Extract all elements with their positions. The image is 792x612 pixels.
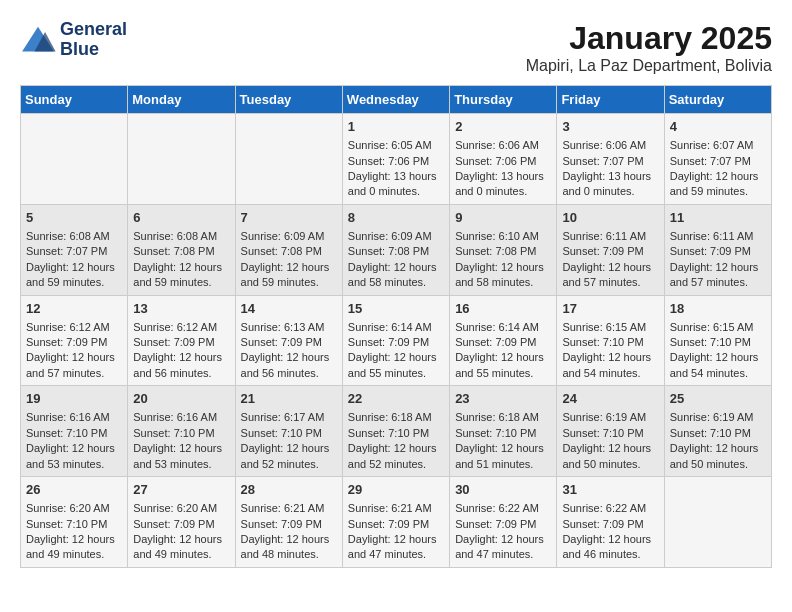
calendar-cell: 23Sunrise: 6:18 AMSunset: 7:10 PMDayligh… — [450, 386, 557, 477]
day-number: 17 — [562, 300, 658, 318]
logo-icon — [20, 25, 56, 55]
day-info: and 59 minutes. — [670, 184, 766, 199]
day-info: and 53 minutes. — [133, 457, 229, 472]
day-info: Sunrise: 6:21 AM — [241, 501, 337, 516]
day-info: Sunset: 7:09 PM — [133, 335, 229, 350]
logo: General Blue — [20, 20, 127, 60]
header-day-monday: Monday — [128, 86, 235, 114]
day-number: 13 — [133, 300, 229, 318]
day-info: and 58 minutes. — [348, 275, 444, 290]
calendar-cell: 13Sunrise: 6:12 AMSunset: 7:09 PMDayligh… — [128, 295, 235, 386]
day-info: and 59 minutes. — [133, 275, 229, 290]
day-number: 28 — [241, 481, 337, 499]
day-info: Daylight: 12 hours — [348, 532, 444, 547]
calendar-cell: 24Sunrise: 6:19 AMSunset: 7:10 PMDayligh… — [557, 386, 664, 477]
day-info: Sunset: 7:07 PM — [670, 154, 766, 169]
calendar-cell: 6Sunrise: 6:08 AMSunset: 7:08 PMDaylight… — [128, 204, 235, 295]
day-info: Sunset: 7:09 PM — [562, 244, 658, 259]
day-info: Sunset: 7:06 PM — [455, 154, 551, 169]
header-day-sunday: Sunday — [21, 86, 128, 114]
day-number: 8 — [348, 209, 444, 227]
day-info: Sunrise: 6:18 AM — [455, 410, 551, 425]
calendar-cell: 26Sunrise: 6:20 AMSunset: 7:10 PMDayligh… — [21, 477, 128, 568]
day-info: and 51 minutes. — [455, 457, 551, 472]
day-info: and 50 minutes. — [670, 457, 766, 472]
day-info: and 47 minutes. — [455, 547, 551, 562]
title-area: January 2025 Mapiri, La Paz Department, … — [526, 20, 772, 75]
day-info: and 58 minutes. — [455, 275, 551, 290]
day-number: 18 — [670, 300, 766, 318]
day-info: Sunrise: 6:21 AM — [348, 501, 444, 516]
day-info: Sunset: 7:10 PM — [455, 426, 551, 441]
day-info: Daylight: 13 hours — [348, 169, 444, 184]
calendar-cell: 16Sunrise: 6:14 AMSunset: 7:09 PMDayligh… — [450, 295, 557, 386]
header-day-tuesday: Tuesday — [235, 86, 342, 114]
day-info: and 55 minutes. — [348, 366, 444, 381]
calendar-cell: 7Sunrise: 6:09 AMSunset: 7:08 PMDaylight… — [235, 204, 342, 295]
calendar-cell: 30Sunrise: 6:22 AMSunset: 7:09 PMDayligh… — [450, 477, 557, 568]
day-info: and 47 minutes. — [348, 547, 444, 562]
calendar-cell: 10Sunrise: 6:11 AMSunset: 7:09 PMDayligh… — [557, 204, 664, 295]
day-info: Daylight: 12 hours — [455, 350, 551, 365]
day-info: and 0 minutes. — [455, 184, 551, 199]
day-info: Sunrise: 6:07 AM — [670, 138, 766, 153]
day-info: Sunset: 7:09 PM — [26, 335, 122, 350]
day-number: 26 — [26, 481, 122, 499]
calendar-cell: 5Sunrise: 6:08 AMSunset: 7:07 PMDaylight… — [21, 204, 128, 295]
day-info: Sunset: 7:09 PM — [241, 335, 337, 350]
calendar-cell: 4Sunrise: 6:07 AMSunset: 7:07 PMDaylight… — [664, 114, 771, 205]
day-number: 27 — [133, 481, 229, 499]
calendar-cell: 8Sunrise: 6:09 AMSunset: 7:08 PMDaylight… — [342, 204, 449, 295]
header-row: SundayMondayTuesdayWednesdayThursdayFrid… — [21, 86, 772, 114]
day-number: 12 — [26, 300, 122, 318]
day-number: 1 — [348, 118, 444, 136]
calendar-cell: 15Sunrise: 6:14 AMSunset: 7:09 PMDayligh… — [342, 295, 449, 386]
day-number: 20 — [133, 390, 229, 408]
week-row-1: 1Sunrise: 6:05 AMSunset: 7:06 PMDaylight… — [21, 114, 772, 205]
day-info: Sunset: 7:09 PM — [348, 335, 444, 350]
day-info: and 56 minutes. — [241, 366, 337, 381]
day-info: Sunset: 7:07 PM — [26, 244, 122, 259]
day-info: and 46 minutes. — [562, 547, 658, 562]
day-info: Sunset: 7:10 PM — [241, 426, 337, 441]
day-info: Sunset: 7:08 PM — [455, 244, 551, 259]
day-number: 23 — [455, 390, 551, 408]
day-info: Daylight: 12 hours — [670, 350, 766, 365]
day-info: Daylight: 13 hours — [455, 169, 551, 184]
header-day-wednesday: Wednesday — [342, 86, 449, 114]
day-info: and 48 minutes. — [241, 547, 337, 562]
calendar-cell: 17Sunrise: 6:15 AMSunset: 7:10 PMDayligh… — [557, 295, 664, 386]
calendar-cell — [235, 114, 342, 205]
day-number: 21 — [241, 390, 337, 408]
day-info: Sunrise: 6:06 AM — [562, 138, 658, 153]
day-info: Sunrise: 6:14 AM — [348, 320, 444, 335]
day-number: 6 — [133, 209, 229, 227]
calendar-header: SundayMondayTuesdayWednesdayThursdayFrid… — [21, 86, 772, 114]
calendar-cell: 31Sunrise: 6:22 AMSunset: 7:09 PMDayligh… — [557, 477, 664, 568]
calendar-cell: 25Sunrise: 6:19 AMSunset: 7:10 PMDayligh… — [664, 386, 771, 477]
day-info: and 57 minutes. — [562, 275, 658, 290]
day-info: and 59 minutes. — [26, 275, 122, 290]
calendar-cell: 27Sunrise: 6:20 AMSunset: 7:09 PMDayligh… — [128, 477, 235, 568]
day-info: and 0 minutes. — [348, 184, 444, 199]
calendar-cell: 18Sunrise: 6:15 AMSunset: 7:10 PMDayligh… — [664, 295, 771, 386]
calendar-cell — [21, 114, 128, 205]
day-number: 31 — [562, 481, 658, 499]
day-info: Sunset: 7:10 PM — [562, 426, 658, 441]
header-day-friday: Friday — [557, 86, 664, 114]
calendar-cell: 19Sunrise: 6:16 AMSunset: 7:10 PMDayligh… — [21, 386, 128, 477]
day-info: Daylight: 12 hours — [455, 532, 551, 547]
day-info: Sunset: 7:08 PM — [241, 244, 337, 259]
day-info: Sunrise: 6:16 AM — [26, 410, 122, 425]
day-info: Sunset: 7:09 PM — [562, 517, 658, 532]
calendar-cell: 9Sunrise: 6:10 AMSunset: 7:08 PMDaylight… — [450, 204, 557, 295]
day-info: Sunrise: 6:12 AM — [133, 320, 229, 335]
day-info: Sunrise: 6:13 AM — [241, 320, 337, 335]
week-row-2: 5Sunrise: 6:08 AMSunset: 7:07 PMDaylight… — [21, 204, 772, 295]
day-info: Sunrise: 6:17 AM — [241, 410, 337, 425]
day-info: Daylight: 12 hours — [26, 532, 122, 547]
day-number: 29 — [348, 481, 444, 499]
calendar-table: SundayMondayTuesdayWednesdayThursdayFrid… — [20, 85, 772, 568]
day-info: Sunset: 7:10 PM — [26, 517, 122, 532]
calendar-cell: 1Sunrise: 6:05 AMSunset: 7:06 PMDaylight… — [342, 114, 449, 205]
